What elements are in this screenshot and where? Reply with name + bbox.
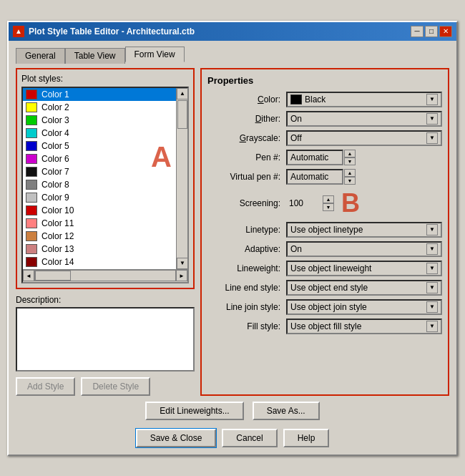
- line-end-select[interactable]: Use object end style ▼: [286, 280, 442, 296]
- add-style-button[interactable]: Add Style: [16, 377, 75, 396]
- delete-style-button[interactable]: Delete Style: [81, 377, 150, 396]
- bottom-buttons: Save & Close Cancel Help: [16, 429, 449, 447]
- dither-row: Dither: On ▼: [207, 111, 442, 127]
- list-item[interactable]: Color 1: [23, 88, 176, 101]
- item-label: Color 1: [41, 89, 69, 99]
- line-join-select[interactable]: Use object join style ▼: [286, 299, 442, 315]
- description-input[interactable]: [16, 307, 195, 371]
- fill-dropdown-arrow[interactable]: ▼: [426, 321, 438, 332]
- bottom-buttons-left: Add Style Delete Style: [16, 377, 195, 396]
- item-label: Color 9: [41, 193, 69, 203]
- scroll-track[interactable]: [177, 99, 187, 258]
- save-close-button[interactable]: Save & Close: [136, 429, 217, 447]
- pen-row: Pen #: ▲ ▼: [207, 150, 442, 165]
- h-scroll-track[interactable]: [34, 270, 176, 281]
- item-label: Color 10: [41, 205, 74, 215]
- list-item[interactable]: Color 10: [23, 204, 176, 217]
- scroll-down-button[interactable]: ▼: [177, 258, 187, 269]
- lineweight-value: Use object lineweight: [290, 263, 371, 273]
- scroll-thumb[interactable]: [177, 100, 187, 129]
- screening-increment-button[interactable]: ▲: [323, 195, 334, 203]
- dither-select[interactable]: On ▼: [286, 111, 442, 127]
- list-item[interactable]: Color 3: [23, 114, 176, 127]
- app-icon: ▲: [13, 26, 24, 37]
- list-item[interactable]: Color 4: [23, 127, 176, 140]
- screening-input[interactable]: [286, 195, 322, 211]
- title-controls: ─ □ ✕: [411, 26, 452, 37]
- color-swatch: [26, 180, 37, 190]
- scroll-right-button[interactable]: ►: [176, 270, 187, 281]
- color-select[interactable]: Black ▼: [286, 92, 442, 107]
- plot-styles-label: Plot styles:: [21, 74, 189, 84]
- list-item[interactable]: Color 14: [23, 256, 176, 268]
- linetype-select[interactable]: Use object linetype ▼: [286, 222, 442, 238]
- pen-input[interactable]: [286, 150, 343, 165]
- list-scroll-area: Color 1 Color 2 Color 3: [23, 88, 187, 269]
- color-swatch-preview: [290, 94, 302, 105]
- line-join-dropdown-arrow[interactable]: ▼: [426, 301, 438, 313]
- adaptive-row: Adaptive: On ▼: [207, 241, 442, 257]
- minimize-button[interactable]: ─: [411, 26, 424, 37]
- pen-decrement-button[interactable]: ▼: [344, 157, 356, 165]
- properties-panel: Properties Color: Black ▼: [200, 68, 449, 396]
- scroll-left-button[interactable]: ◄: [23, 270, 34, 281]
- color-row: Color: Black ▼: [207, 92, 442, 107]
- list-item[interactable]: Color 8: [23, 178, 176, 191]
- panel-letter-a: A: [151, 141, 172, 173]
- help-button[interactable]: Help: [283, 429, 330, 447]
- maximize-button[interactable]: □: [425, 26, 438, 37]
- h-scroll-thumb[interactable]: [35, 271, 71, 281]
- list-item[interactable]: Color 12: [23, 230, 176, 243]
- line-end-row: Line end style: Use object end style ▼: [207, 280, 442, 296]
- fill-select[interactable]: Use object fill style ▼: [286, 319, 442, 334]
- tab-table-view[interactable]: Table View: [65, 48, 125, 64]
- color-dropdown-arrow[interactable]: ▼: [426, 94, 438, 105]
- tab-form-view[interactable]: Form View: [125, 47, 185, 62]
- fill-control: Use object fill style ▼: [286, 319, 442, 334]
- adaptive-dropdown-arrow[interactable]: ▼: [426, 243, 438, 255]
- line-end-label: Line end style:: [207, 283, 286, 293]
- list-item[interactable]: Color 11: [23, 217, 176, 230]
- pen-control: ▲ ▼: [286, 150, 442, 165]
- linetype-value: Use object linetype: [290, 225, 363, 235]
- screening-decrement-button[interactable]: ▼: [323, 203, 334, 211]
- virtual-pen-row: Virtual pen #: ▲ ▼: [207, 169, 442, 185]
- save-as-button[interactable]: Save As...: [253, 402, 320, 420]
- main-window: ▲ Plot Style Table Editor - Architectura…: [7, 21, 458, 456]
- linetype-dropdown-arrow[interactable]: ▼: [426, 224, 438, 235]
- item-label: Color 14: [41, 257, 74, 267]
- item-label: Color 5: [41, 141, 69, 151]
- tab-general[interactable]: General: [16, 48, 65, 64]
- screening-row: Screening: ▲ ▼ B: [207, 188, 442, 218]
- virtual-pen-increment-button[interactable]: ▲: [344, 169, 356, 177]
- fill-value: Use object fill style: [290, 321, 361, 331]
- cancel-button[interactable]: Cancel: [222, 429, 277, 447]
- list-item[interactable]: Color 9: [23, 191, 176, 204]
- linetype-control: Use object linetype ▼: [286, 222, 442, 238]
- lineweight-label: Lineweight:: [207, 263, 286, 273]
- edit-lineweights-button[interactable]: Edit Lineweights...: [145, 402, 243, 420]
- lineweight-dropdown-arrow[interactable]: ▼: [426, 263, 438, 274]
- list-item[interactable]: Color 13: [23, 243, 176, 256]
- item-label: Color 2: [41, 102, 69, 112]
- dither-dropdown-arrow[interactable]: ▼: [426, 113, 438, 125]
- virtual-pen-input[interactable]: [286, 169, 343, 185]
- lineweight-select[interactable]: Use object lineweight ▼: [286, 261, 442, 276]
- grayscale-dropdown-arrow[interactable]: ▼: [426, 132, 438, 144]
- plot-styles-container: Color 1 Color 2 Color 3: [21, 87, 189, 283]
- adaptive-label: Adaptive:: [207, 244, 286, 254]
- pen-increment-button[interactable]: ▲: [344, 150, 356, 157]
- line-end-dropdown-arrow[interactable]: ▼: [426, 282, 438, 293]
- line-join-label: Line join style:: [207, 302, 286, 312]
- item-label: Color 4: [41, 128, 69, 138]
- close-button[interactable]: ✕: [439, 26, 452, 37]
- color-swatch: [26, 193, 37, 203]
- list-item[interactable]: Color 2: [23, 101, 176, 114]
- adaptive-select[interactable]: On ▼: [286, 241, 442, 257]
- vertical-scrollbar[interactable]: ▲ ▼: [176, 88, 187, 269]
- window-title: Plot Style Table Editor - Architectural.…: [29, 26, 195, 37]
- virtual-pen-decrement-button[interactable]: ▼: [344, 177, 356, 185]
- grayscale-select[interactable]: Off ▼: [286, 130, 442, 146]
- screening-box: ▲ ▼ B: [286, 188, 360, 218]
- scroll-up-button[interactable]: ▲: [177, 88, 187, 99]
